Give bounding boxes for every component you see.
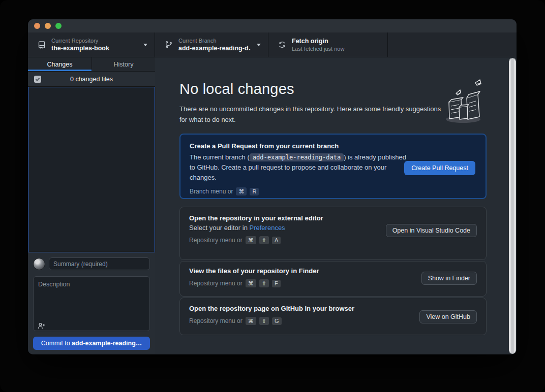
pr-shortcut-label: Branch menu or: [190, 188, 233, 195]
close-window-button[interactable]: [34, 23, 40, 29]
create-pull-request-button[interactable]: Create Pull Request: [404, 161, 475, 175]
commit-button-prefix: Commit to: [41, 340, 72, 347]
pr-branch-code: add-example-reading-data: [250, 153, 344, 161]
show-in-finder-button[interactable]: Show in Finder: [421, 272, 477, 285]
finder-shortcut-label: Repository menu or: [189, 280, 243, 287]
fetch-origin-button[interactable]: Fetch origin Last fetched just now: [268, 32, 388, 57]
cmd-key: ⌘: [236, 187, 247, 195]
r-key: R: [250, 188, 259, 195]
changed-files-count: 0 changed files: [70, 76, 113, 83]
repository-label: Current Repository: [51, 37, 138, 44]
cmd-key: ⌘: [246, 279, 256, 287]
changed-files-header: 0 changed files: [28, 72, 155, 87]
sync-icon: [278, 41, 286, 49]
select-all-checkbox[interactable]: [34, 76, 41, 83]
desktop-background: Current Repository the-examples-book Cur…: [0, 0, 545, 392]
vertical-scrollbar[interactable]: [509, 58, 516, 353]
f-key: F: [272, 280, 281, 287]
fetch-status: Last fetched just now: [292, 45, 380, 52]
fetch-label: Fetch origin: [292, 37, 380, 45]
user-avatar: [33, 258, 45, 270]
shift-key: ⇧: [259, 317, 269, 325]
changes-file-list[interactable]: [28, 87, 155, 252]
pr-panel-title: Create a Pull Request from your current …: [190, 142, 476, 150]
sidebar-tabs: Changes History: [28, 57, 155, 72]
a-key: A: [272, 237, 281, 244]
zoom-window-button[interactable]: [55, 23, 62, 29]
page-subtitle: There are no uncommitted changes in this…: [179, 104, 444, 125]
tab-history[interactable]: History: [92, 57, 155, 71]
no-changes-view: No local changes There are no uncommitte…: [155, 57, 517, 354]
commit-button[interactable]: Commit to add-example-reading…: [33, 337, 150, 350]
minimize-window-button[interactable]: [45, 23, 51, 29]
editor-shortcut-label: Repository menu or: [189, 237, 243, 244]
toolbar: Current Repository the-examples-book Cur…: [28, 32, 517, 57]
github-desktop-window: Current Repository the-examples-book Cur…: [28, 19, 517, 354]
shift-key: ⇧: [259, 279, 269, 287]
shift-key: ⇧: [259, 236, 269, 244]
preferences-link[interactable]: Preferences: [250, 224, 285, 232]
tab-changes[interactable]: Changes: [28, 57, 92, 71]
branch-label: Current Branch: [178, 37, 251, 44]
summary-input[interactable]: [49, 257, 150, 270]
cmd-key: ⌘: [246, 317, 256, 325]
checkbox-check-icon: [35, 77, 40, 82]
branch-name: add-example-reading-d…: [178, 44, 251, 52]
commit-form: Commit to add-example-reading…: [28, 252, 155, 354]
repository-name: the-examples-book: [51, 44, 138, 52]
g-key: G: [272, 317, 282, 325]
commit-button-branch: add-example-reading…: [72, 340, 142, 347]
add-coauthor-icon[interactable]: [38, 322, 45, 329]
open-editor-panel: Open the repository in your external edi…: [179, 207, 487, 260]
current-branch-dropdown[interactable]: Current Branch add-example-reading-d…: [155, 32, 268, 57]
suggestions-list: Create a Pull Request from your current …: [179, 134, 487, 335]
github-shortcut-label: Repository menu or: [189, 317, 243, 324]
chevron-down-icon: [143, 44, 147, 46]
show-in-finder-panel: View the files of your repository in Fin…: [179, 261, 487, 297]
editor-line-text: Select your editor in: [189, 224, 250, 232]
current-repository-dropdown[interactable]: Current Repository the-examples-book: [28, 32, 155, 57]
git-branch-icon: [165, 41, 173, 49]
pr-shortcut: Branch menu or ⌘ R: [190, 187, 476, 195]
sidebar: Changes History 0 changed files: [28, 57, 155, 354]
description-input[interactable]: [33, 276, 150, 331]
editor-panel-title: Open the repository in your external edi…: [189, 214, 477, 222]
chevron-down-icon: [257, 44, 261, 46]
open-in-vscode-button[interactable]: Open in Visual Studio Code: [386, 224, 477, 237]
paper-stack-illustration: [439, 78, 486, 126]
cmd-key: ⌘: [246, 236, 256, 244]
titlebar: [28, 19, 517, 32]
view-on-github-panel: Open the repository page on GitHub in yo…: [179, 298, 487, 335]
pr-body-before: The current branch (: [190, 153, 250, 161]
view-on-github-button[interactable]: View on GitHub: [419, 310, 477, 323]
editor-shortcut: Repository menu or ⌘ ⇧ A: [189, 236, 477, 244]
create-pr-panel: Create a Pull Request from your current …: [179, 134, 487, 199]
repo-icon: [38, 41, 46, 49]
